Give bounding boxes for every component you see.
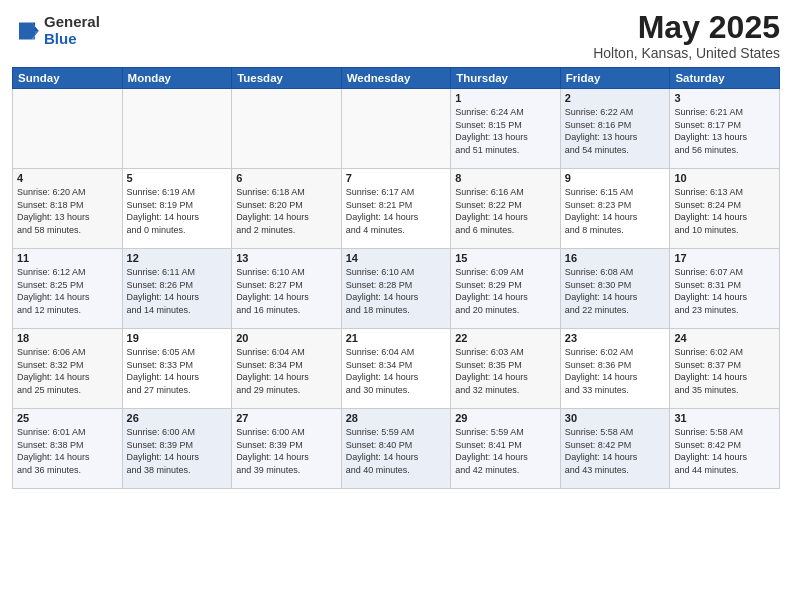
logo: General Blue bbox=[12, 14, 100, 47]
calendar-cell: 21Sunrise: 6:04 AM Sunset: 8:34 PM Dayli… bbox=[341, 329, 451, 409]
day-info: Sunrise: 6:00 AM Sunset: 8:39 PM Dayligh… bbox=[127, 426, 228, 476]
day-info: Sunrise: 6:10 AM Sunset: 8:27 PM Dayligh… bbox=[236, 266, 337, 316]
day-number: 15 bbox=[455, 252, 556, 264]
day-number: 3 bbox=[674, 92, 775, 104]
col-sunday: Sunday bbox=[13, 68, 123, 89]
calendar-cell: 30Sunrise: 5:58 AM Sunset: 8:42 PM Dayli… bbox=[560, 409, 670, 489]
calendar-cell: 13Sunrise: 6:10 AM Sunset: 8:27 PM Dayli… bbox=[232, 249, 342, 329]
day-number: 20 bbox=[236, 332, 337, 344]
calendar-cell: 18Sunrise: 6:06 AM Sunset: 8:32 PM Dayli… bbox=[13, 329, 123, 409]
calendar-cell: 1Sunrise: 6:24 AM Sunset: 8:15 PM Daylig… bbox=[451, 89, 561, 169]
day-number: 13 bbox=[236, 252, 337, 264]
day-info: Sunrise: 6:24 AM Sunset: 8:15 PM Dayligh… bbox=[455, 106, 556, 156]
calendar-week-3: 11Sunrise: 6:12 AM Sunset: 8:25 PM Dayli… bbox=[13, 249, 780, 329]
page-header: General Blue May 2025 Holton, Kansas, Un… bbox=[12, 10, 780, 61]
calendar-cell: 3Sunrise: 6:21 AM Sunset: 8:17 PM Daylig… bbox=[670, 89, 780, 169]
day-info: Sunrise: 6:07 AM Sunset: 8:31 PM Dayligh… bbox=[674, 266, 775, 316]
logo-general: General bbox=[44, 14, 100, 31]
day-info: Sunrise: 6:18 AM Sunset: 8:20 PM Dayligh… bbox=[236, 186, 337, 236]
day-number: 17 bbox=[674, 252, 775, 264]
calendar-table: Sunday Monday Tuesday Wednesday Thursday… bbox=[12, 67, 780, 489]
day-number: 9 bbox=[565, 172, 666, 184]
day-info: Sunrise: 6:10 AM Sunset: 8:28 PM Dayligh… bbox=[346, 266, 447, 316]
day-number: 10 bbox=[674, 172, 775, 184]
calendar-cell: 24Sunrise: 6:02 AM Sunset: 8:37 PM Dayli… bbox=[670, 329, 780, 409]
day-info: Sunrise: 6:08 AM Sunset: 8:30 PM Dayligh… bbox=[565, 266, 666, 316]
day-info: Sunrise: 6:04 AM Sunset: 8:34 PM Dayligh… bbox=[236, 346, 337, 396]
calendar-week-1: 1Sunrise: 6:24 AM Sunset: 8:15 PM Daylig… bbox=[13, 89, 780, 169]
day-number: 11 bbox=[17, 252, 118, 264]
day-number: 1 bbox=[455, 92, 556, 104]
day-number: 25 bbox=[17, 412, 118, 424]
day-number: 8 bbox=[455, 172, 556, 184]
day-info: Sunrise: 5:59 AM Sunset: 8:40 PM Dayligh… bbox=[346, 426, 447, 476]
calendar-cell: 23Sunrise: 6:02 AM Sunset: 8:36 PM Dayli… bbox=[560, 329, 670, 409]
day-info: Sunrise: 6:21 AM Sunset: 8:17 PM Dayligh… bbox=[674, 106, 775, 156]
day-info: Sunrise: 5:59 AM Sunset: 8:41 PM Dayligh… bbox=[455, 426, 556, 476]
day-info: Sunrise: 6:19 AM Sunset: 8:19 PM Dayligh… bbox=[127, 186, 228, 236]
col-monday: Monday bbox=[122, 68, 232, 89]
calendar-cell: 2Sunrise: 6:22 AM Sunset: 8:16 PM Daylig… bbox=[560, 89, 670, 169]
day-info: Sunrise: 6:02 AM Sunset: 8:36 PM Dayligh… bbox=[565, 346, 666, 396]
day-number: 12 bbox=[127, 252, 228, 264]
calendar-location: Holton, Kansas, United States bbox=[593, 45, 780, 61]
day-info: Sunrise: 6:17 AM Sunset: 8:21 PM Dayligh… bbox=[346, 186, 447, 236]
calendar-cell: 15Sunrise: 6:09 AM Sunset: 8:29 PM Dayli… bbox=[451, 249, 561, 329]
calendar-cell: 19Sunrise: 6:05 AM Sunset: 8:33 PM Dayli… bbox=[122, 329, 232, 409]
calendar-cell: 26Sunrise: 6:00 AM Sunset: 8:39 PM Dayli… bbox=[122, 409, 232, 489]
calendar-cell: 7Sunrise: 6:17 AM Sunset: 8:21 PM Daylig… bbox=[341, 169, 451, 249]
calendar-cell: 9Sunrise: 6:15 AM Sunset: 8:23 PM Daylig… bbox=[560, 169, 670, 249]
calendar-cell: 4Sunrise: 6:20 AM Sunset: 8:18 PM Daylig… bbox=[13, 169, 123, 249]
day-number: 26 bbox=[127, 412, 228, 424]
col-wednesday: Wednesday bbox=[341, 68, 451, 89]
day-number: 24 bbox=[674, 332, 775, 344]
day-info: Sunrise: 6:04 AM Sunset: 8:34 PM Dayligh… bbox=[346, 346, 447, 396]
day-number: 2 bbox=[565, 92, 666, 104]
calendar-cell: 25Sunrise: 6:01 AM Sunset: 8:38 PM Dayli… bbox=[13, 409, 123, 489]
calendar-cell: 28Sunrise: 5:59 AM Sunset: 8:40 PM Dayli… bbox=[341, 409, 451, 489]
day-number: 16 bbox=[565, 252, 666, 264]
calendar-cell: 16Sunrise: 6:08 AM Sunset: 8:30 PM Dayli… bbox=[560, 249, 670, 329]
calendar-cell bbox=[13, 89, 123, 169]
calendar-cell: 17Sunrise: 6:07 AM Sunset: 8:31 PM Dayli… bbox=[670, 249, 780, 329]
day-number: 5 bbox=[127, 172, 228, 184]
calendar-cell bbox=[122, 89, 232, 169]
day-number: 29 bbox=[455, 412, 556, 424]
col-friday: Friday bbox=[560, 68, 670, 89]
day-number: 28 bbox=[346, 412, 447, 424]
day-number: 23 bbox=[565, 332, 666, 344]
day-number: 7 bbox=[346, 172, 447, 184]
day-number: 4 bbox=[17, 172, 118, 184]
calendar-week-4: 18Sunrise: 6:06 AM Sunset: 8:32 PM Dayli… bbox=[13, 329, 780, 409]
day-info: Sunrise: 6:00 AM Sunset: 8:39 PM Dayligh… bbox=[236, 426, 337, 476]
calendar-cell: 27Sunrise: 6:00 AM Sunset: 8:39 PM Dayli… bbox=[232, 409, 342, 489]
calendar-cell: 22Sunrise: 6:03 AM Sunset: 8:35 PM Dayli… bbox=[451, 329, 561, 409]
day-info: Sunrise: 6:20 AM Sunset: 8:18 PM Dayligh… bbox=[17, 186, 118, 236]
col-tuesday: Tuesday bbox=[232, 68, 342, 89]
calendar-cell: 5Sunrise: 6:19 AM Sunset: 8:19 PM Daylig… bbox=[122, 169, 232, 249]
day-number: 21 bbox=[346, 332, 447, 344]
title-block: May 2025 Holton, Kansas, United States bbox=[593, 10, 780, 61]
day-info: Sunrise: 6:02 AM Sunset: 8:37 PM Dayligh… bbox=[674, 346, 775, 396]
day-info: Sunrise: 6:05 AM Sunset: 8:33 PM Dayligh… bbox=[127, 346, 228, 396]
day-number: 30 bbox=[565, 412, 666, 424]
day-number: 18 bbox=[17, 332, 118, 344]
day-info: Sunrise: 6:16 AM Sunset: 8:22 PM Dayligh… bbox=[455, 186, 556, 236]
page-container: General Blue May 2025 Holton, Kansas, Un… bbox=[0, 0, 792, 612]
logo-icon bbox=[12, 17, 40, 45]
day-number: 22 bbox=[455, 332, 556, 344]
calendar-cell: 29Sunrise: 5:59 AM Sunset: 8:41 PM Dayli… bbox=[451, 409, 561, 489]
day-info: Sunrise: 6:13 AM Sunset: 8:24 PM Dayligh… bbox=[674, 186, 775, 236]
col-saturday: Saturday bbox=[670, 68, 780, 89]
calendar-cell: 6Sunrise: 6:18 AM Sunset: 8:20 PM Daylig… bbox=[232, 169, 342, 249]
logo-text: General Blue bbox=[44, 14, 100, 47]
day-info: Sunrise: 6:06 AM Sunset: 8:32 PM Dayligh… bbox=[17, 346, 118, 396]
calendar-cell bbox=[341, 89, 451, 169]
day-info: Sunrise: 6:22 AM Sunset: 8:16 PM Dayligh… bbox=[565, 106, 666, 156]
calendar-cell: 14Sunrise: 6:10 AM Sunset: 8:28 PM Dayli… bbox=[341, 249, 451, 329]
day-info: Sunrise: 5:58 AM Sunset: 8:42 PM Dayligh… bbox=[674, 426, 775, 476]
day-number: 14 bbox=[346, 252, 447, 264]
day-info: Sunrise: 6:11 AM Sunset: 8:26 PM Dayligh… bbox=[127, 266, 228, 316]
calendar-cell bbox=[232, 89, 342, 169]
day-number: 6 bbox=[236, 172, 337, 184]
